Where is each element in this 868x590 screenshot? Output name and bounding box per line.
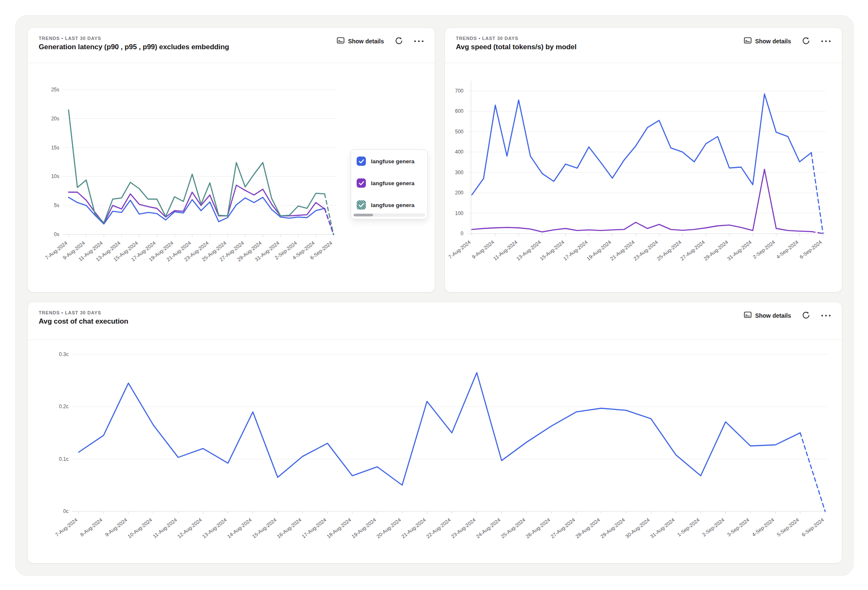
legend-item-series-3[interactable]: langfuse genera: [357, 200, 415, 210]
svg-text:5-Sep-2024: 5-Sep-2024: [776, 517, 800, 538]
svg-text:23-Aug-2024: 23-Aug-2024: [450, 517, 477, 540]
svg-text:300: 300: [455, 170, 463, 175]
dashboard-board: TRENDS • LAST 30 DAYS Generation latency…: [15, 15, 854, 576]
svg-text:30-Aug-2024: 30-Aug-2024: [624, 517, 651, 540]
speed-chart: 01002003004005006007007-Aug-20249-Aug-20…: [445, 28, 842, 292]
cost-chart: 0c0.1c0.2c0.3c7-Aug-20248-Aug-20249-Aug-…: [28, 302, 842, 563]
svg-text:500: 500: [455, 129, 463, 135]
checkbox-series-2[interactable]: [357, 178, 366, 188]
svg-text:10-Aug-2024: 10-Aug-2024: [127, 517, 153, 540]
panel-generation-latency: TRENDS • LAST 30 DAYS Generation latency…: [27, 27, 435, 292]
svg-text:700: 700: [455, 88, 463, 94]
svg-text:0.3c: 0.3c: [59, 351, 69, 357]
svg-text:7-Aug-2024: 7-Aug-2024: [54, 517, 79, 538]
legend-item-series-2[interactable]: langfuse genera: [357, 178, 415, 188]
svg-text:14-Aug-2024: 14-Aug-2024: [226, 517, 253, 540]
legend-item-series-1[interactable]: langfuse genera: [357, 156, 415, 166]
svg-text:6-Sep-2024: 6-Sep-2024: [799, 239, 823, 260]
svg-text:27-Aug-2024: 27-Aug-2024: [550, 517, 577, 540]
checkbox-series-1[interactable]: [357, 157, 366, 166]
svg-text:6-Sep-2024: 6-Sep-2024: [801, 517, 825, 538]
svg-text:20-Aug-2024: 20-Aug-2024: [376, 517, 402, 540]
svg-text:10s: 10s: [51, 173, 59, 179]
svg-text:15s: 15s: [51, 145, 59, 151]
svg-text:25-Aug-2024: 25-Aug-2024: [656, 239, 683, 262]
legend-label: langfuse genera: [371, 158, 415, 165]
legend-label: langfuse genera: [371, 180, 415, 186]
svg-text:20s: 20s: [51, 116, 59, 122]
svg-text:0c: 0c: [63, 508, 69, 514]
svg-text:12-Aug-2024: 12-Aug-2024: [176, 517, 203, 540]
svg-text:0: 0: [460, 231, 463, 237]
svg-text:24-Aug-2024: 24-Aug-2024: [475, 517, 502, 540]
svg-text:0.2c: 0.2c: [59, 404, 69, 409]
svg-text:1-Sep-2024: 1-Sep-2024: [676, 517, 701, 538]
svg-text:25-Aug-2024: 25-Aug-2024: [500, 517, 527, 540]
svg-text:0.1c: 0.1c: [59, 456, 69, 462]
svg-text:13-Aug-2024: 13-Aug-2024: [201, 517, 228, 540]
svg-text:17-Aug-2024: 17-Aug-2024: [301, 517, 328, 540]
svg-text:29-Aug-2024: 29-Aug-2024: [599, 517, 626, 540]
checkbox-series-3[interactable]: [357, 200, 366, 210]
panel-avg-speed: TRENDS • LAST 30 DAYS Avg speed (total t…: [445, 27, 842, 292]
svg-text:9-Aug-2024: 9-Aug-2024: [471, 239, 495, 260]
series-legend: langfuse genera langfuse genera langfuse…: [351, 149, 428, 219]
svg-text:27-Aug-2024: 27-Aug-2024: [679, 239, 706, 262]
svg-text:3-Sep-2024: 3-Sep-2024: [726, 517, 750, 538]
svg-text:2-Sep-2024: 2-Sep-2024: [752, 239, 776, 260]
svg-text:4-Sep-2024: 4-Sep-2024: [775, 239, 799, 260]
svg-text:28-Aug-2024: 28-Aug-2024: [574, 517, 601, 540]
svg-text:0s: 0s: [54, 231, 59, 237]
svg-text:7-Aug-2024: 7-Aug-2024: [447, 239, 472, 260]
svg-text:2-Sep-2024: 2-Sep-2024: [701, 517, 725, 538]
svg-text:8-Aug-2024: 8-Aug-2024: [79, 517, 103, 538]
svg-text:21-Aug-2024: 21-Aug-2024: [609, 239, 636, 262]
svg-text:400: 400: [455, 149, 463, 155]
svg-text:13-Aug-2024: 13-Aug-2024: [516, 239, 542, 262]
legend-label: langfuse genera: [371, 202, 415, 208]
svg-text:4-Sep-2024: 4-Sep-2024: [751, 517, 775, 538]
svg-text:19-Aug-2024: 19-Aug-2024: [586, 239, 613, 262]
svg-text:18-Aug-2024: 18-Aug-2024: [326, 517, 352, 540]
svg-text:15-Aug-2024: 15-Aug-2024: [251, 517, 278, 540]
panel-avg-cost: TRENDS • LAST 30 DAYS Avg cost of chat e…: [27, 302, 842, 563]
svg-text:9-Aug-2024: 9-Aug-2024: [104, 517, 128, 538]
legend-scrollbar-thumb[interactable]: [354, 214, 373, 216]
svg-text:26-Aug-2024: 26-Aug-2024: [525, 517, 552, 540]
svg-text:22-Aug-2024: 22-Aug-2024: [425, 517, 452, 540]
svg-text:100: 100: [455, 210, 463, 216]
svg-text:25s: 25s: [51, 87, 59, 93]
svg-text:29-Aug-2024: 29-Aug-2024: [703, 239, 730, 262]
svg-text:23-Aug-2024: 23-Aug-2024: [632, 239, 659, 262]
svg-text:31-Aug-2024: 31-Aug-2024: [726, 239, 753, 262]
svg-text:21-Aug-2024: 21-Aug-2024: [400, 517, 427, 540]
svg-text:17-Aug-2024: 17-Aug-2024: [562, 239, 589, 262]
svg-text:11-Aug-2024: 11-Aug-2024: [492, 239, 519, 261]
svg-text:19-Aug-2024: 19-Aug-2024: [351, 517, 378, 540]
svg-text:16-Aug-2024: 16-Aug-2024: [276, 517, 303, 540]
svg-text:15-Aug-2024: 15-Aug-2024: [539, 239, 566, 262]
svg-text:600: 600: [455, 108, 463, 114]
svg-text:11-Aug-2024: 11-Aug-2024: [152, 517, 178, 539]
svg-text:200: 200: [455, 190, 463, 196]
svg-text:5s: 5s: [54, 202, 59, 208]
legend-scrollbar-track: [353, 213, 425, 217]
svg-text:31-Aug-2024: 31-Aug-2024: [649, 517, 676, 540]
